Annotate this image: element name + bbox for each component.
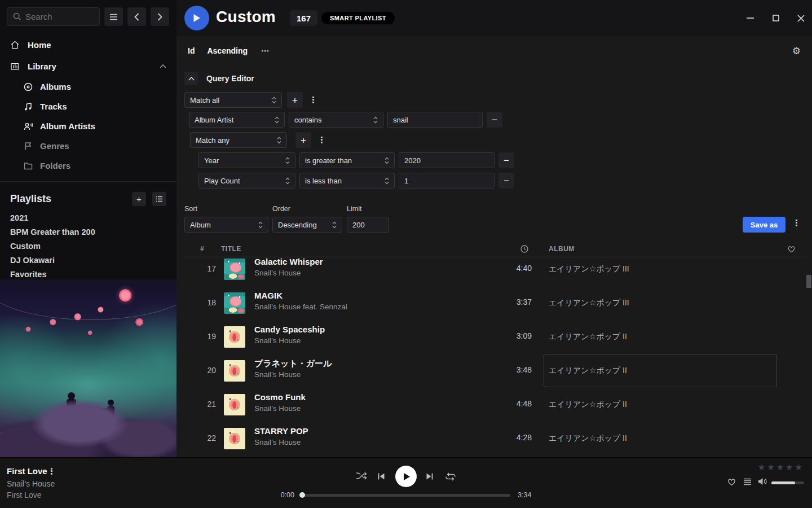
album-art-thumbnail [224,292,245,314]
rating-stars[interactable]: ★★★★★ [758,462,804,472]
sidebar-item-library[interactable]: Library [0,55,176,77]
artwork-album: FIRST LOVE [0,446,82,453]
star-icon[interactable]: ★ [767,462,776,472]
group-menu-button[interactable]: ⋮ [307,95,320,105]
save-as-button[interactable]: Save as [743,217,785,233]
progress-bar[interactable] [302,494,510,497]
collapse-query-editor-button[interactable] [184,72,198,85]
sidebar-item-albums[interactable]: Albums [0,77,176,97]
playlist-item[interactable]: DJ Okawari [0,253,176,267]
now-playing-artwork: SNAIL'S HOUSE FIRST LOVE TASTY [0,279,176,457]
add-rule-button[interactable]: + [295,132,311,148]
table-row[interactable]: 20 プラネット・ガール Snail’s House 3:48 エイリアン☆ポッ… [184,354,806,388]
column-header-album[interactable]: ALBUM [549,245,575,253]
sort-direction-button[interactable]: Ascending [207,46,248,55]
rule-field-select[interactable]: Play Count [198,173,295,189]
hamburger-icon [109,14,118,20]
remove-rule-button[interactable]: − [487,112,502,128]
rule-value-input[interactable] [399,152,495,168]
sidebar-item-album-artists[interactable]: Album Artists [0,116,176,136]
track-title: MAGIK [254,291,283,300]
add-rule-button[interactable]: + [287,92,303,108]
remove-rule-button[interactable]: − [498,173,514,189]
more-options-button[interactable]: ⋯ [261,46,270,55]
scrollbar-thumb[interactable] [806,275,811,288]
match-select[interactable]: Match all [184,92,282,108]
flag-icon [24,142,33,151]
table-row[interactable]: 18 MAGIK Snail’s House feat. Sennzai 3:3… [184,286,806,320]
next-track-button[interactable] [426,472,434,480]
figure-silhouette [107,406,114,434]
sort-field-button[interactable]: Id [188,46,195,55]
sidebar-item-tracks[interactable]: Tracks [0,97,176,116]
select-caret-icon [258,221,263,229]
queue-icon [743,478,752,485]
repeat-button[interactable] [445,472,456,481]
add-playlist-button[interactable]: + [132,192,146,206]
match-select[interactable]: Match any [190,132,287,148]
playlist-list: 2021 BPM Greater than 200 Custom DJ Okaw… [0,211,176,281]
previous-track-button[interactable] [377,472,385,480]
queue-button[interactable] [743,478,752,485]
playlist-item[interactable]: BPM Greater than 200 [0,225,176,239]
rule-operator-select[interactable]: is less than [299,173,395,189]
table-row[interactable]: 22 STARRY POP Snail’s House 4:28 エイリアン☆ポ… [184,422,806,456]
artwork-label-logo: TASTY [91,437,176,457]
star-icon[interactable]: ★ [795,462,804,472]
now-playing-menu-button[interactable]: ⋮ [45,466,58,476]
rule-field-select[interactable]: Year [198,152,295,168]
star-icon[interactable]: ★ [758,462,767,472]
table-row[interactable]: 17 Galactic Whisper Snail’s House 4:40 エ… [184,258,806,286]
window-minimize-button[interactable] [742,10,758,26]
duration-column-clock-icon[interactable] [520,245,528,253]
rule-value-input[interactable] [399,173,495,189]
rule-value-input[interactable] [387,112,483,128]
table-row[interactable]: 21 Cosmo Funk Snail’s House 4:48 エイリアン☆ポ… [184,388,806,422]
favorite-button[interactable] [727,478,736,486]
nav-forward-button[interactable] [151,7,169,26]
chevron-up-icon[interactable] [160,64,166,68]
table-row[interactable]: 19 Candy Spaceship Snail’s House 3:09 エイ… [184,320,806,354]
home-icon [10,40,20,50]
search-input[interactable] [25,8,98,25]
album-art-thumbnail [224,326,245,348]
folder-icon [24,161,33,170]
volume-button[interactable] [758,478,767,485]
save-menu-button[interactable]: ⋮ [790,218,803,228]
play-playlist-button[interactable] [184,6,209,30]
playlists-title: Playlists [10,193,126,205]
playlist-list-button[interactable] [152,192,166,206]
sidebar-item-folders[interactable]: Folders [0,156,176,176]
star-icon[interactable]: ★ [785,462,795,472]
order-select[interactable]: Descending [272,217,342,233]
star-icon[interactable]: ★ [776,462,785,472]
rule-operator-select[interactable]: is greater than [299,152,395,168]
search-icon [13,12,21,21]
sort-select[interactable]: Album [184,217,268,233]
settings-gear-button[interactable]: ⚙ [792,45,801,57]
volume-fill [771,481,795,484]
progress-handle[interactable] [299,492,305,498]
limit-input[interactable] [347,217,389,233]
column-header-title[interactable]: TITLE [221,245,241,253]
select-caret-icon [285,157,290,164]
rule-field-select[interactable]: Album Artist [189,112,285,128]
remove-rule-button[interactable]: − [498,152,514,168]
favorite-column-heart-icon[interactable] [787,245,796,253]
sidebar-item-home[interactable]: Home [0,34,176,55]
playlist-item[interactable]: Custom [0,239,176,253]
playlist-item[interactable]: 2021 [0,211,176,225]
rule-operator-select[interactable]: contains [289,112,383,128]
column-header-number[interactable]: # [200,245,204,253]
window-close-button[interactable] [792,10,809,26]
volume-slider[interactable] [771,481,804,484]
select-caret-icon [277,137,281,144]
shuffle-button[interactable] [356,472,367,480]
sidebar-item-label: Album Artists [40,121,95,131]
play-pause-button[interactable] [395,466,417,487]
window-maximize-button[interactable] [767,10,784,26]
group-menu-button[interactable]: ⋮ [315,135,328,145]
nav-back-button[interactable] [127,7,146,26]
menu-button[interactable] [104,7,123,26]
sidebar-item-genres[interactable]: Genres [0,136,176,156]
